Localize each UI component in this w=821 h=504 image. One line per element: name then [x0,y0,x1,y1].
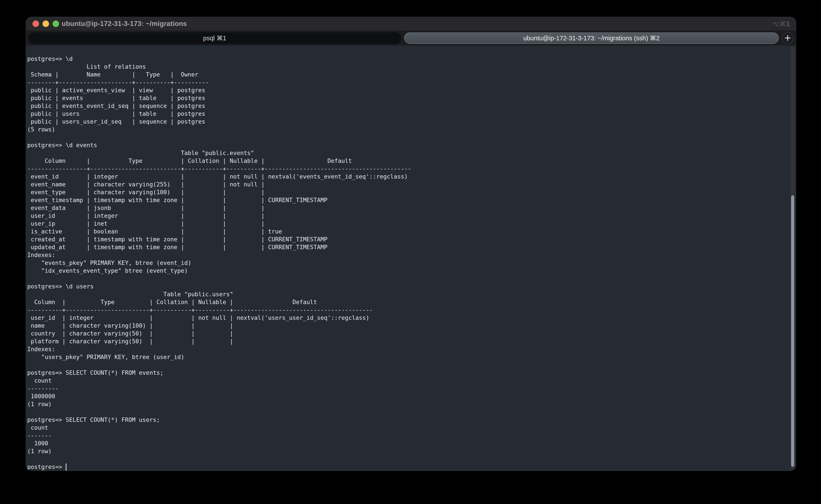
terminal-window: ubuntu@ip-172-31-3-173: ~/migrations ⌥⌘1… [26,17,796,471]
minimize-button[interactable] [43,20,49,27]
terminal-prompt: postgres=> [27,463,66,471]
scrollbar-track[interactable] [790,46,795,469]
zoom-button[interactable] [53,20,59,27]
close-button[interactable] [32,20,39,27]
terminal-pane[interactable]: postgres=> \d List of relations Schema |… [26,46,796,471]
new-tab-button[interactable]: + [782,32,794,44]
desktop: { "window": { "title": "ubuntu@ip-172-31… [0,0,821,504]
plus-icon: + [784,33,791,42]
terminal-prompt-line: postgres=> [26,463,796,471]
window-shortcut-hint: ⌥⌘1 [772,20,790,28]
window-title: ubuntu@ip-172-31-3-173: ~/migrations [62,20,187,28]
traffic-lights [32,20,59,27]
tab-psql[interactable]: psql ⌘1 [28,32,401,44]
tab-bar: psql ⌘1 ubuntu@ip-172-31-3-173: ~/migrat… [26,31,796,46]
tab-ssh-migrations-label: ubuntu@ip-172-31-3-173: ~/migrations (ss… [523,34,659,42]
terminal-cursor [66,463,66,471]
tab-psql-label: psql ⌘1 [203,34,226,42]
terminal-output: postgres=> \d List of relations Schema |… [26,46,796,463]
window-titlebar[interactable]: ubuntu@ip-172-31-3-173: ~/migrations ⌥⌘1 [26,17,796,31]
tab-ssh-migrations[interactable]: ubuntu@ip-172-31-3-173: ~/migrations (ss… [404,32,779,44]
scrollbar-thumb[interactable] [791,195,794,467]
